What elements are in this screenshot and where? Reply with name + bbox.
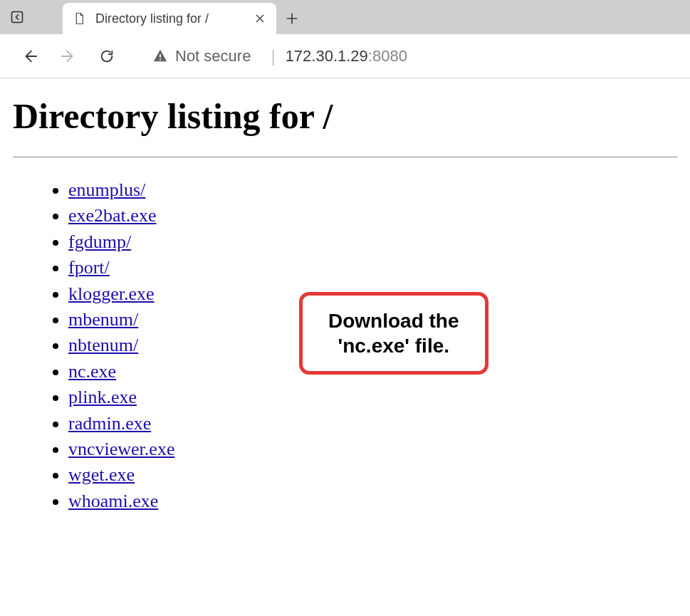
arrow-right-icon bbox=[61, 48, 76, 64]
address-host: 172.30.1.29 bbox=[286, 47, 368, 66]
directory-entry-link[interactable]: vncviewer.exe bbox=[68, 439, 174, 459]
arrow-left-icon bbox=[22, 48, 38, 64]
tab-close-button[interactable] bbox=[253, 12, 266, 25]
list-item: enumplus/ bbox=[68, 177, 677, 203]
page-title: Directory listing for / bbox=[13, 95, 677, 137]
browser-tab-strip: Directory listing for / bbox=[0, 0, 690, 34]
warning-icon bbox=[152, 48, 168, 64]
directory-entry-link[interactable]: nbtenum/ bbox=[68, 335, 138, 355]
tab-strip-spacer bbox=[34, 0, 63, 34]
list-item: whoami.exe bbox=[68, 489, 677, 514]
list-item: fport/ bbox=[68, 255, 677, 281]
new-tab-button[interactable] bbox=[276, 3, 308, 34]
instruction-callout: Download the 'nc.exe' file. bbox=[299, 292, 488, 375]
close-icon bbox=[254, 13, 266, 24]
list-item: radmin.exe bbox=[68, 411, 677, 437]
list-item: wget.exe bbox=[68, 462, 677, 488]
security-label: Not secure bbox=[175, 47, 251, 66]
svg-rect-2 bbox=[160, 58, 161, 60]
browser-toolbar: Not secure | 172.30.1.29:8080 bbox=[0, 34, 690, 78]
callout-line-2: 'nc.exe' file. bbox=[338, 335, 450, 357]
directory-entry-link[interactable]: nc.exe bbox=[68, 361, 116, 382]
svg-rect-0 bbox=[12, 12, 23, 23]
list-item: exe2bat.exe bbox=[68, 203, 677, 229]
page-viewport: Directory listing for / enumplus/exe2bat… bbox=[0, 78, 690, 543]
directory-entry-link[interactable]: wget.exe bbox=[68, 464, 135, 485]
address-bar[interactable]: Not secure | 172.30.1.29:8080 bbox=[142, 41, 677, 72]
reload-button[interactable] bbox=[90, 39, 124, 73]
forward-button[interactable] bbox=[51, 39, 85, 73]
directory-entry-link[interactable]: mbenum/ bbox=[68, 309, 138, 330]
browser-tab-active[interactable]: Directory listing for / bbox=[63, 3, 276, 34]
tab-actions-icon bbox=[10, 10, 24, 24]
reload-icon bbox=[99, 48, 115, 64]
address-port: :8080 bbox=[368, 47, 407, 66]
back-button[interactable] bbox=[13, 39, 47, 73]
tab-title: Directory listing for / bbox=[95, 11, 244, 26]
plus-icon bbox=[285, 11, 299, 26]
security-indicator[interactable]: Not secure bbox=[152, 47, 251, 66]
directory-entry-link[interactable]: whoami.exe bbox=[68, 491, 158, 511]
tab-actions-button[interactable] bbox=[0, 0, 34, 34]
directory-entry-link[interactable]: exe2bat.exe bbox=[68, 205, 156, 226]
directory-entry-link[interactable]: fgdump/ bbox=[68, 231, 131, 252]
address-divider: | bbox=[271, 46, 275, 66]
directory-entry-link[interactable]: radmin.exe bbox=[68, 413, 151, 434]
list-item: fgdump/ bbox=[68, 229, 677, 255]
directory-entry-link[interactable]: fport/ bbox=[68, 257, 110, 278]
callout-line-1: Download the bbox=[328, 310, 459, 332]
horizontal-rule bbox=[13, 157, 677, 157]
svg-rect-1 bbox=[160, 54, 161, 58]
list-item: vncviewer.exe bbox=[68, 437, 677, 462]
directory-entry-link[interactable]: klogger.exe bbox=[68, 283, 155, 304]
directory-entry-link[interactable]: plink.exe bbox=[68, 387, 137, 407]
list-item: plink.exe bbox=[68, 385, 677, 410]
directory-entry-link[interactable]: enumplus/ bbox=[68, 179, 145, 200]
file-icon bbox=[73, 12, 85, 25]
